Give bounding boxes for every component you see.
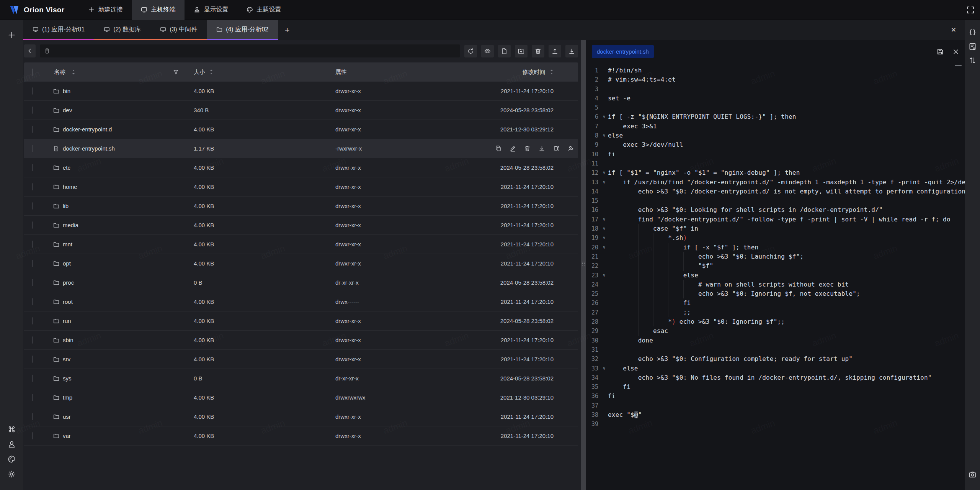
fold-chevron-icon[interactable]: ∨ bbox=[600, 168, 608, 177]
back-button[interactable] bbox=[24, 44, 36, 57]
file-name[interactable]: lib bbox=[63, 203, 69, 209]
add-button[interactable] bbox=[7, 30, 16, 40]
close-editor-icon[interactable] bbox=[952, 48, 959, 55]
file-name[interactable]: bin bbox=[63, 88, 70, 94]
fold-chevron-icon[interactable]: ∨ bbox=[600, 178, 608, 187]
row-checkbox[interactable] bbox=[32, 375, 33, 382]
terminal-tab-0[interactable]: (1) 应用-分析01 bbox=[23, 20, 94, 40]
add-tab-button[interactable]: + bbox=[278, 20, 296, 40]
table-row[interactable]: dev 340 B drwxr-xr-x2024-05-28 23:58:02 bbox=[24, 101, 578, 120]
fold-chevron-icon[interactable]: ∨ bbox=[600, 224, 608, 233]
file-name[interactable]: docker-entrypoint.sh bbox=[63, 145, 115, 152]
row-checkbox[interactable] bbox=[32, 413, 33, 420]
fold-chevron-icon[interactable]: ∨ bbox=[600, 364, 608, 373]
row-checkbox[interactable] bbox=[32, 241, 33, 248]
file-name[interactable]: proc bbox=[63, 279, 74, 286]
nav-item-2[interactable]: 显示设置 bbox=[185, 0, 237, 20]
fold-chevron-icon[interactable]: ∨ bbox=[600, 215, 608, 224]
table-row[interactable]: docker-entrypoint.sh 1.17 KB -rwxrwxr-x bbox=[24, 139, 578, 158]
row-checkbox[interactable] bbox=[32, 107, 33, 114]
screenshot-button[interactable] bbox=[967, 469, 977, 479]
terminal-tab-2[interactable]: (3) 中间件 bbox=[150, 20, 207, 40]
nav-item-3[interactable]: 主题设置 bbox=[237, 0, 290, 20]
table-row[interactable]: home 4.00 KB drwxr-xr-x2021-11-24 17:20:… bbox=[24, 177, 578, 197]
refresh-button[interactable] bbox=[464, 45, 477, 57]
row-checkbox[interactable] bbox=[32, 336, 33, 344]
file-name[interactable]: run bbox=[63, 318, 71, 324]
download-icon[interactable] bbox=[539, 145, 545, 152]
row-checkbox[interactable] bbox=[32, 202, 33, 210]
nav-item-0[interactable]: 新建连接 bbox=[79, 0, 132, 20]
sort-name-control[interactable] bbox=[72, 69, 75, 75]
file-name[interactable]: usr bbox=[63, 413, 71, 420]
user-button[interactable] bbox=[7, 439, 16, 449]
shortcut-keys-button[interactable] bbox=[7, 424, 16, 434]
terminal-tab-3[interactable]: (4) 应用-分析02 bbox=[207, 20, 278, 40]
row-checkbox[interactable] bbox=[32, 221, 33, 229]
delete-icon[interactable] bbox=[524, 145, 531, 152]
file-name[interactable]: sbin bbox=[63, 337, 74, 343]
nav-item-1[interactable]: 主机终端 bbox=[132, 0, 185, 20]
row-checkbox[interactable] bbox=[32, 432, 33, 439]
fold-chevron-icon[interactable]: ∨ bbox=[600, 112, 608, 121]
filter-icon[interactable] bbox=[173, 69, 179, 75]
table-row[interactable]: proc 0 B dr-xr-xr-x2024-05-28 23:58:02 bbox=[24, 273, 578, 292]
table-row[interactable]: media 4.00 KB drwxr-xr-x2021-11-24 17:20… bbox=[24, 216, 578, 235]
upload-button[interactable] bbox=[549, 45, 561, 57]
row-checkbox[interactable] bbox=[32, 87, 33, 95]
table-row[interactable]: srv 4.00 KB drwxr-xr-x2021-11-24 17:20:1… bbox=[24, 350, 578, 369]
new-folder-button[interactable] bbox=[515, 45, 528, 57]
file-name[interactable]: srv bbox=[63, 356, 70, 362]
row-checkbox[interactable] bbox=[32, 145, 33, 152]
sort-lines-button[interactable] bbox=[967, 55, 977, 65]
delete-button[interactable] bbox=[532, 45, 544, 57]
settings-button[interactable] bbox=[7, 469, 16, 479]
table-row[interactable]: opt 4.00 KB drwxr-xr-x2021-11-24 17:20:1… bbox=[24, 254, 578, 273]
editor-file-tab[interactable]: docker-entrypoint.sh bbox=[592, 45, 654, 58]
table-row[interactable]: tmp 4.00 KB drwxrwxrwx2021-12-30 03:29:1… bbox=[24, 388, 578, 407]
table-row[interactable]: usr 4.00 KB drwxr-xr-x2021-11-24 17:20:1… bbox=[24, 407, 578, 426]
table-row[interactable]: sys 0 B dr-xr-xr-x2024-05-28 23:58:02 bbox=[24, 369, 578, 388]
edit-icon[interactable] bbox=[510, 145, 516, 152]
row-checkbox[interactable] bbox=[32, 164, 33, 171]
file-name[interactable]: var bbox=[63, 433, 71, 439]
row-checkbox[interactable] bbox=[32, 279, 33, 286]
table-row[interactable]: root 4.00 KB drwx------2021-11-24 17:20:… bbox=[24, 292, 578, 311]
file-name[interactable]: root bbox=[63, 298, 73, 305]
copy-icon[interactable] bbox=[495, 145, 501, 152]
table-row[interactable]: sbin 4.00 KB drwxr-xr-x2021-11-24 17:20:… bbox=[24, 331, 578, 350]
format-button[interactable] bbox=[967, 28, 977, 38]
table-row[interactable]: mnt 4.00 KB drwxr-xr-x2021-11-24 17:20:1… bbox=[24, 235, 578, 254]
row-checkbox[interactable] bbox=[32, 298, 33, 305]
download-button[interactable] bbox=[565, 45, 578, 57]
sort-mtime-control[interactable] bbox=[550, 69, 554, 75]
table-row[interactable]: var 4.00 KB drwxr-xr-x2021-11-24 17:20:1… bbox=[24, 426, 578, 446]
file-panel-toggle-button[interactable] bbox=[967, 41, 977, 51]
fold-chevron-icon[interactable]: ∨ bbox=[600, 131, 608, 140]
fold-chevron-icon[interactable]: ∨ bbox=[600, 243, 608, 252]
row-checkbox[interactable] bbox=[32, 394, 33, 401]
save-icon[interactable] bbox=[936, 48, 944, 56]
select-all-checkbox[interactable] bbox=[32, 69, 33, 76]
row-checkbox[interactable] bbox=[32, 183, 33, 190]
preview-hidden-button[interactable] bbox=[481, 45, 494, 57]
file-name[interactable]: mnt bbox=[63, 241, 72, 247]
fold-chevron-icon[interactable]: ∨ bbox=[600, 271, 608, 280]
editor-scrollbar[interactable] bbox=[955, 65, 962, 66]
path-input[interactable] bbox=[53, 48, 456, 55]
table-row[interactable]: run 4.00 KB drwxr-xr-x2024-05-28 23:58:0… bbox=[24, 311, 578, 331]
change-owner-icon[interactable] bbox=[568, 145, 574, 152]
theme-button[interactable] bbox=[7, 454, 16, 464]
file-name[interactable]: home bbox=[63, 184, 77, 190]
code-editor[interactable]: 1 #!/bin/sh 2 # vim:sw=4:ts=4:et 3 4 set… bbox=[586, 64, 965, 490]
sort-size-control[interactable] bbox=[209, 69, 213, 75]
row-checkbox[interactable] bbox=[32, 356, 33, 363]
table-row[interactable]: bin 4.00 KB drwxr-xr-x2021-11-24 17:20:1… bbox=[24, 82, 578, 101]
table-row[interactable]: lib 4.00 KB drwxr-xr-x2021-11-24 17:20:1… bbox=[24, 197, 578, 216]
fullscreen-icon[interactable] bbox=[966, 6, 975, 14]
fold-chevron-icon[interactable]: ∨ bbox=[600, 233, 608, 243]
file-name[interactable]: opt bbox=[63, 260, 71, 267]
table-row[interactable]: etc 4.00 KB drwxr-xr-x2024-05-28 23:58:0… bbox=[24, 158, 578, 177]
terminal-tab-1[interactable]: (2) 数据库 bbox=[94, 20, 150, 40]
close-all-tabs-button[interactable]: ✕ bbox=[951, 20, 956, 40]
